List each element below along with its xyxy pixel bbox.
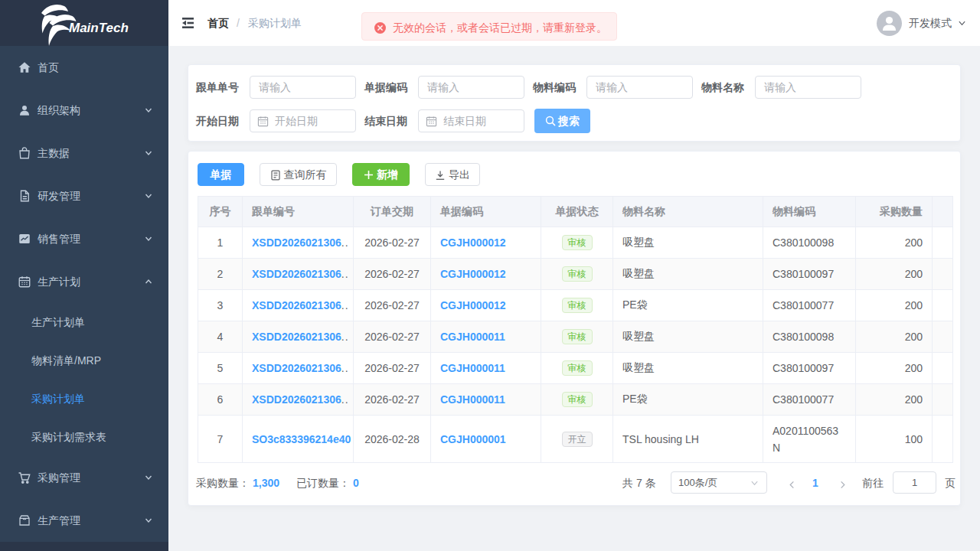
svg-text:MainTech: MainTech <box>69 21 129 35</box>
